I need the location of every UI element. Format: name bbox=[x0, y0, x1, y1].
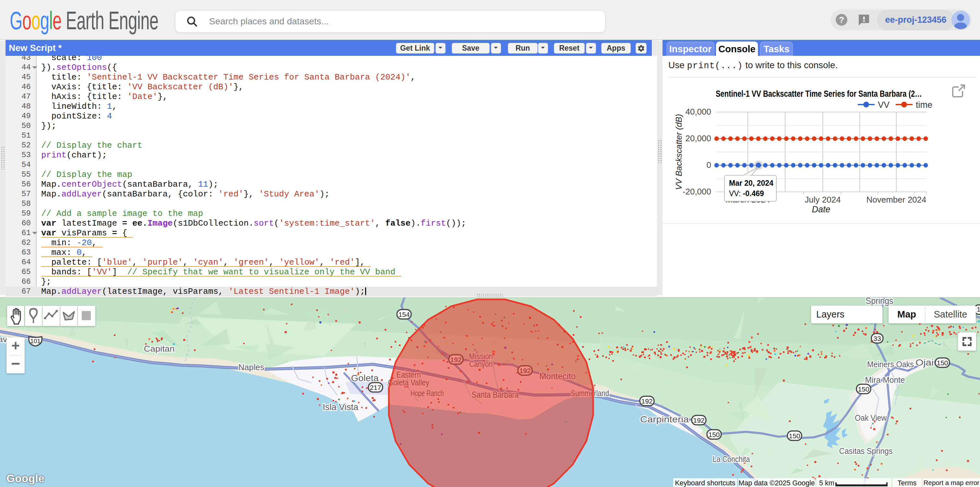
svg-text:150: 150 bbox=[937, 359, 948, 367]
svg-text:Meiners Oaks: Meiners Oaks bbox=[867, 359, 914, 369]
svg-text:101: 101 bbox=[30, 338, 41, 345]
svg-text:Carpinteria: Carpinteria bbox=[640, 414, 689, 424]
svg-text:Capitan: Capitan bbox=[144, 344, 175, 354]
svg-text:150: 150 bbox=[858, 385, 869, 393]
svg-text:20,000: 20,000 bbox=[685, 133, 711, 143]
svg-text:time: time bbox=[916, 100, 932, 110]
svg-text:VV: VV bbox=[878, 100, 889, 110]
svg-text:Ojai: Ojai bbox=[915, 358, 934, 367]
svg-text:VV Backscatter (dB): VV Backscatter (dB) bbox=[674, 114, 684, 190]
svg-text:Goleta: Goleta bbox=[351, 373, 379, 383]
svg-text:VV: -0.469: VV: -0.469 bbox=[729, 189, 764, 198]
svg-text:Casitas Springs: Casitas Springs bbox=[839, 446, 893, 456]
svg-text:Isla Vista: Isla Vista bbox=[323, 402, 358, 412]
svg-text:Mira Monte: Mira Monte bbox=[865, 375, 905, 385]
svg-text:217: 217 bbox=[370, 384, 381, 391]
svg-text:July 2024: July 2024 bbox=[805, 195, 840, 204]
svg-text:192: 192 bbox=[641, 398, 652, 405]
svg-text:Mar 20, 2024: Mar 20, 2024 bbox=[729, 179, 773, 187]
svg-text:1: 1 bbox=[977, 305, 980, 313]
svg-text:Date: Date bbox=[812, 204, 830, 214]
svg-text:192: 192 bbox=[693, 417, 704, 424]
svg-text:-20,000: -20,000 bbox=[682, 187, 711, 196]
svg-text:November 2024: November 2024 bbox=[867, 195, 926, 204]
svg-text:Sentinel-1 VV Backscatter Time: Sentinel-1 VV Backscatter Time Series fo… bbox=[716, 89, 922, 99]
svg-text:Springs: Springs bbox=[866, 298, 893, 306]
svg-text:Naples: Naples bbox=[239, 362, 264, 372]
svg-text:154: 154 bbox=[398, 311, 410, 318]
svg-text:33: 33 bbox=[873, 335, 881, 342]
svg-text:40,000: 40,000 bbox=[685, 107, 711, 117]
svg-text:0: 0 bbox=[706, 160, 711, 170]
svg-text:Oak View: Oak View bbox=[855, 413, 887, 423]
svg-text:150: 150 bbox=[789, 432, 800, 440]
svg-text:150: 150 bbox=[708, 431, 720, 438]
svg-text:La Conchita: La Conchita bbox=[713, 455, 750, 464]
